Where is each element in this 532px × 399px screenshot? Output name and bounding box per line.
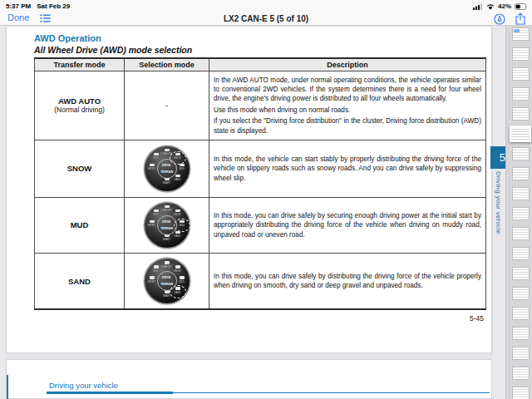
snow-mode-icon: [175, 265, 180, 268]
mud-mode-icon: [180, 220, 185, 224]
cellular-signal-icon: [473, 3, 483, 10]
mode-label-sand: SAND: [35, 253, 125, 309]
chapter-vertical-label: Driving your vehicle: [495, 171, 502, 263]
sand-mode-icon: [175, 287, 180, 290]
page-thumbnail-scrubber[interactable]: [505, 26, 532, 399]
page-thumbnail-current[interactable]: [510, 126, 531, 142]
page-thumbnail[interactable]: [512, 47, 530, 61]
dial-center-label: DRIVETERRAIN: [157, 271, 177, 291]
markup-pen-icon[interactable]: [494, 13, 505, 25]
sand-mode-icon: [175, 175, 180, 178]
col-header-selection-mode: Selection mode: [125, 58, 209, 71]
mode-label-snow: SNOW: [35, 140, 125, 197]
awd-mode-table: Transfer mode Selection mode Description…: [34, 57, 486, 310]
desc-paragraph: In this mode, the vehicle can start stab…: [214, 155, 481, 183]
pdf-viewer-app: 5:37 PM Sat Feb 29 42% Done LX2: [0, 0, 532, 399]
dial-center-label: DRIVETERRAIN: [157, 159, 177, 179]
sand-mode-icon: [175, 231, 180, 234]
mud-mode-icon: [180, 164, 185, 167]
sport-mode-icon: [150, 164, 155, 167]
share-icon[interactable]: [515, 12, 525, 25]
mode-label-awd-auto: AWD AUTO (Normal driving): [35, 71, 125, 140]
chapter-edge-stripe: [7, 375, 8, 399]
page-thumbnail[interactable]: [512, 87, 530, 101]
navigation-bar: Done LX2 CAN-E 5 (5 of 10): [0, 12, 532, 26]
pdf-page-current: AWD Operation All Wheel Drive (AWD) mode…: [6, 26, 492, 353]
selection-mud: COMFORT ECO SPORT SNOW MUD SAND SMART DR…: [125, 197, 209, 253]
page-thumbnail[interactable]: [512, 107, 530, 121]
description-sand: In this mode, you can drive safely by di…: [209, 253, 486, 309]
table-row-awd-auto: AWD AUTO (Normal driving) - In the AWD A…: [35, 71, 486, 140]
page-thumbnail[interactable]: [512, 367, 530, 380]
desc-paragraph: In the AWD AUTO mode, under normal opera…: [214, 76, 481, 104]
description-mud: In this mode, you can drive safely by se…: [209, 197, 486, 253]
page-thumbnail[interactable]: [512, 227, 530, 240]
page-thumbnail[interactable]: [512, 187, 530, 200]
page-thumbnail[interactable]: [512, 207, 530, 220]
sport-mode-icon: [150, 220, 155, 224]
status-bar: 5:37 PM Sat Feb 29 42%: [0, 0, 532, 12]
comfort-mode-icon: [165, 205, 170, 209]
drive-terrain-dial-snow: COMFORT ECO SPORT SNOW MUD SAND SMART DR…: [145, 146, 190, 191]
page-thumbnail[interactable]: [512, 247, 530, 260]
col-header-description: Description: [209, 58, 486, 71]
dial-center-label: DRIVETERRAIN: [157, 215, 177, 235]
status-time: 5:37 PM: [6, 2, 31, 10]
description-snow: In this mode, the vehicle can start stab…: [209, 140, 486, 197]
eco-mode-icon: [154, 153, 159, 156]
comfort-mode-icon: [165, 149, 170, 152]
page-gap: [6, 353, 492, 359]
page-thumbnail[interactable]: [512, 307, 530, 320]
wifi-icon: [486, 3, 495, 10]
page-thumbnail[interactable]: [512, 27, 530, 41]
selection-awd-auto: -: [125, 71, 209, 140]
eco-mode-icon: [154, 209, 159, 213]
snow-mode-icon: [175, 153, 180, 156]
mode-sublabel: (Normal driving): [35, 106, 124, 114]
desc-paragraph: In this mode, you can drive safely by di…: [214, 272, 481, 291]
desc-paragraph: In this mode, you can drive safely by se…: [214, 211, 481, 239]
selection-sand: COMFORT ECO SPORT SNOW MUD SAND SMART DR…: [125, 253, 209, 309]
eco-mode-icon: [154, 265, 159, 268]
mud-mode-icon: [180, 276, 185, 279]
comfort-mode-icon: [165, 261, 170, 264]
section-subtitle: All Wheel Drive (AWD) mode selection: [34, 45, 192, 55]
page-thumbnail[interactable]: [512, 347, 530, 360]
page-thumbnail[interactable]: [512, 147, 530, 160]
col-header-transfer-mode: Transfer mode: [35, 58, 125, 71]
table-row-sand: SAND COMFORT ECO SPORT SNOW MUD SAND SMA…: [35, 253, 486, 309]
page-thumbnail[interactable]: [512, 327, 530, 340]
page-thumbnail[interactable]: [512, 287, 530, 300]
drive-terrain-dial-mud: COMFORT ECO SPORT SNOW MUD SAND SMART DR…: [145, 203, 190, 248]
snow-mode-icon: [175, 209, 180, 213]
header-rule-thick: [47, 392, 173, 394]
page-thumbnail[interactable]: [512, 267, 530, 280]
battery-percent: 42%: [498, 2, 511, 10]
battery-icon: [515, 3, 528, 10]
desc-paragraph: Use this mode when driving on normal roa…: [214, 106, 481, 115]
drive-terrain-dial-sand: COMFORT ECO SPORT SNOW MUD SAND SMART DR…: [145, 259, 190, 303]
pdf-page-next: Driving your vehicle: [6, 359, 492, 399]
status-date: Sat Feb 29: [37, 2, 70, 10]
page-thumbnail[interactable]: [512, 67, 530, 81]
desc-paragraph: If you select the "Driving force distrib…: [214, 116, 481, 135]
page-number: 5-45: [470, 314, 484, 323]
selection-snow: COMFORT ECO SPORT SNOW MUD SAND SMART DR…: [125, 140, 209, 197]
mode-label-mud: MUD: [35, 197, 125, 253]
description-awd-auto: In the AWD AUTO mode, under normal opera…: [209, 71, 486, 140]
table-header-row: Transfer mode Selection mode Description: [35, 58, 486, 71]
page-thumbnail[interactable]: [512, 167, 530, 180]
page-thumbnail[interactable]: [512, 387, 530, 399]
next-page-header: Driving your vehicle: [49, 381, 118, 390]
header-rule-thin: [173, 392, 490, 393]
table-row-mud: MUD COMFORT ECO SPORT SNOW MUD SAND SMAR…: [35, 197, 486, 253]
top-bars: 5:37 PM Sat Feb 29 42% Done LX2: [0, 0, 532, 26]
sport-mode-icon: [150, 276, 155, 279]
table-row-snow: SNOW COMFORT ECO SPORT SNOW MUD SAND SMA…: [35, 140, 486, 197]
section-title: AWD Operation: [34, 33, 101, 43]
document-title: LX2 CAN-E 5 (5 of 10): [0, 14, 532, 23]
